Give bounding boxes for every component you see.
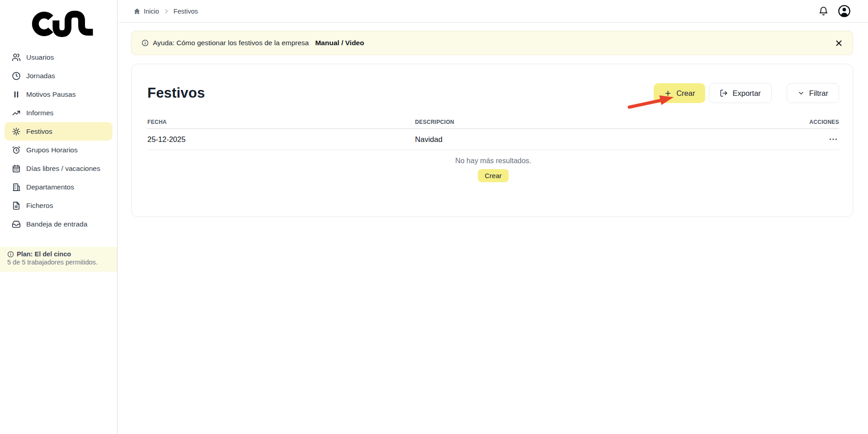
- cjl-logo-icon: [14, 5, 93, 37]
- user-avatar-icon[interactable]: [838, 5, 851, 18]
- sidebar-item-label: Ficheros: [26, 202, 53, 210]
- close-icon[interactable]: [835, 39, 843, 47]
- clock-icon: [12, 71, 21, 80]
- no-more-results-text: No hay más resultados.: [147, 157, 839, 165]
- pause-icon: [12, 90, 21, 99]
- calendar-icon: [12, 164, 21, 173]
- empty-state: No hay más resultados. Crear: [147, 157, 839, 182]
- video-link[interactable]: Video: [345, 39, 364, 47]
- alarm-clock-icon: [12, 146, 21, 155]
- sidebar-item-bandeja-entrada[interactable]: Bandeja de entrada: [5, 215, 113, 233]
- export-icon: [720, 89, 728, 97]
- sidebar-item-label: Grupos Horarios: [26, 146, 78, 154]
- plan-subtitle: 5 de 5 trabajadores permitidos.: [7, 259, 110, 266]
- sidebar-item-jornadas[interactable]: Jornadas: [5, 66, 113, 85]
- company-logo: [0, 0, 117, 39]
- breadcrumb-home[interactable]: Inicio: [133, 8, 159, 15]
- export-button[interactable]: Exportar: [709, 83, 771, 103]
- plan-box: Plan: El del cinco 5 de 5 trabajadores p…: [0, 247, 117, 272]
- plus-icon: [664, 90, 672, 97]
- sidebar-item-festivos[interactable]: Festivos: [5, 122, 113, 141]
- sidebar-nav: Usuarios Jornadas Motivos Pausas Informe…: [0, 48, 117, 233]
- trending-up-icon: [12, 108, 21, 118]
- sidebar-item-label: Informes: [26, 109, 53, 117]
- help-banner: Ayuda: Cómo gestionar los festivos de la…: [131, 31, 853, 55]
- sidebar-item-label: Usuarios: [26, 53, 54, 61]
- breadcrumb: Inicio Festivos: [133, 8, 198, 15]
- main-area: Inicio Festivos Ayuda: Cómo gestionar lo…: [118, 0, 868, 217]
- breadcrumb-current[interactable]: Festivos: [174, 8, 198, 15]
- table-header-row: FECHA DESCRIPCION ACCIONES: [147, 115, 839, 129]
- column-header-descripcion: DESCRIPCION: [415, 119, 741, 125]
- create-button[interactable]: Crear: [654, 83, 705, 103]
- sidebar-item-label: Días libres / vacaciones: [26, 165, 100, 173]
- page-title: Festivos: [147, 85, 205, 101]
- breadcrumb-home-label: Inicio: [144, 8, 159, 15]
- file-icon: [12, 201, 21, 210]
- chevron-down-icon: [797, 90, 805, 97]
- festivos-table: FECHA DESCRIPCION ACCIONES 25-12-2025 Na…: [147, 115, 839, 150]
- help-banner-text: Ayuda: Cómo gestionar los festivos de la…: [153, 39, 309, 47]
- chevron-right-icon: [163, 8, 170, 14]
- plan-title: Plan: El del cinco: [17, 250, 71, 258]
- notifications-bell-icon[interactable]: [818, 6, 829, 16]
- sidebar-item-label: Bandeja de entrada: [26, 220, 87, 228]
- sidebar-item-label: Festivos: [26, 127, 52, 136]
- sidebar-item-motivos-pausas[interactable]: Motivos Pausas: [5, 85, 113, 104]
- table-row: 25-12-2025 Navidad: [147, 129, 839, 150]
- filter-button[interactable]: Filtrar: [787, 83, 839, 103]
- filter-button-label: Filtrar: [809, 89, 828, 98]
- link-separator: /: [340, 39, 345, 47]
- sidebar-item-label: Motivos Pausas: [26, 90, 75, 99]
- sun-icon: [12, 127, 21, 136]
- sidebar-item-departamentos[interactable]: Departamentos: [5, 178, 113, 196]
- sidebar-item-label: Jornadas: [26, 72, 55, 80]
- cell-fecha: 25-12-2025: [147, 135, 415, 144]
- row-actions-ellipsis-icon[interactable]: [827, 132, 839, 146]
- info-icon: [7, 251, 14, 258]
- sidebar: Usuarios Jornadas Motivos Pausas Informe…: [0, 0, 118, 434]
- sidebar-item-informes[interactable]: Informes: [5, 104, 113, 122]
- home-icon: [133, 8, 141, 15]
- cell-descripcion: Navidad: [415, 135, 741, 144]
- sidebar-item-dias-libres[interactable]: Días libres / vacaciones: [5, 159, 113, 178]
- column-header-acciones: ACCIONES: [741, 119, 839, 125]
- sidebar-item-usuarios[interactable]: Usuarios: [5, 48, 113, 66]
- info-icon: [142, 39, 149, 47]
- create-button-label: Crear: [676, 89, 695, 98]
- inbox-icon: [12, 220, 21, 229]
- sidebar-item-label: Departamentos: [26, 183, 74, 191]
- manual-link[interactable]: Manual: [315, 39, 339, 47]
- building-icon: [12, 183, 21, 192]
- sidebar-item-ficheros[interactable]: Ficheros: [5, 196, 113, 215]
- export-button-label: Exportar: [732, 89, 760, 98]
- topbar: Inicio Festivos: [118, 0, 868, 23]
- users-icon: [12, 53, 21, 62]
- empty-create-button[interactable]: Crear: [478, 169, 509, 182]
- column-header-fecha: FECHA: [147, 119, 415, 125]
- festivos-card: Festivos Crear Exportar: [131, 64, 853, 217]
- sidebar-item-grupos-horarios[interactable]: Grupos Horarios: [5, 141, 113, 159]
